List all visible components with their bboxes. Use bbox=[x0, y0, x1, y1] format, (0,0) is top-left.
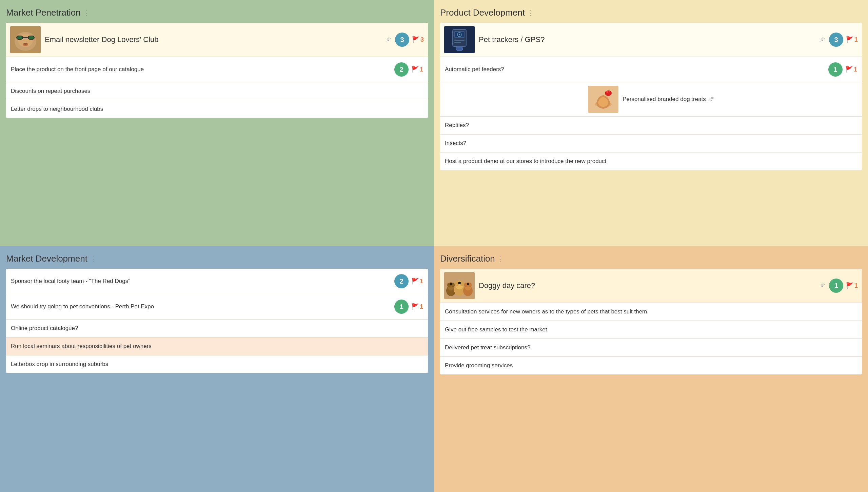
quadrant-market-penetration: Market Penetration⋮ Email newsletter Dog… bbox=[0, 0, 434, 246]
more-options-icon[interactable]: ⋮ bbox=[528, 9, 534, 17]
featured-card-title: Doggy day care? bbox=[479, 281, 817, 290]
list-item-text: Insects? bbox=[445, 140, 857, 147]
flag-number: 1 bbox=[420, 278, 423, 285]
more-options-icon[interactable]: ⋮ bbox=[83, 9, 90, 17]
svg-point-6 bbox=[17, 36, 22, 39]
vote-badge[interactable]: 1 bbox=[828, 62, 843, 77]
svg-point-39 bbox=[467, 283, 469, 285]
quadrant-title-text: Product Development bbox=[440, 7, 525, 18]
svg-point-29 bbox=[450, 283, 452, 285]
list-item-text: Letterbox drop in surrounding suburbs bbox=[11, 361, 423, 368]
list-item: We should try going to pet conventions -… bbox=[6, 294, 428, 320]
attachment-icon: 🖇 bbox=[709, 96, 714, 102]
quadrant-diversification: Diversification⋮ Doggy day care?🖇1🚩1Cons… bbox=[434, 246, 868, 492]
flag-count[interactable]: 🚩1 bbox=[846, 282, 858, 289]
svg-rect-18 bbox=[456, 47, 463, 50]
flag-number: 1 bbox=[420, 303, 423, 310]
featured-card-title: Pet trackers / GPS? bbox=[479, 35, 817, 44]
svg-point-33 bbox=[460, 281, 464, 286]
quadrant-title: Market Development⋮ bbox=[6, 253, 428, 264]
flag-icon: 🚩 bbox=[846, 36, 853, 43]
vote-badge[interactable]: 1 bbox=[829, 279, 843, 293]
item-actions: 1🚩1 bbox=[828, 62, 857, 77]
svg-point-23 bbox=[609, 90, 610, 92]
featured-card-title: Email newsletter Dog Lovers' Club bbox=[45, 35, 383, 44]
quadrant-title-text: Market Development bbox=[6, 253, 87, 264]
list-item-text: Online product catalogue? bbox=[11, 325, 423, 332]
quadrant-title: Product Development⋮ bbox=[440, 7, 862, 18]
list-item-text: Personalised branded dog treats bbox=[623, 96, 706, 103]
svg-point-27 bbox=[447, 283, 451, 287]
more-options-icon[interactable]: ⋮ bbox=[498, 255, 504, 263]
attachment-icon: 🖇 bbox=[820, 37, 825, 43]
list-item-text: Automatic pet feeders? bbox=[445, 66, 828, 73]
flag-count[interactable]: 🚩1 bbox=[411, 66, 423, 73]
list-item-text: Provide grooming services bbox=[445, 362, 857, 369]
card-actions: 3🚩1 bbox=[829, 33, 858, 47]
list-item-text: Give out free samples to test the market bbox=[445, 326, 857, 333]
item-actions: 2🚩1 bbox=[394, 274, 423, 288]
list-item-text: We should try going to pet conventions -… bbox=[11, 303, 394, 310]
svg-point-37 bbox=[464, 283, 468, 287]
flag-number: 1 bbox=[854, 282, 858, 289]
svg-point-38 bbox=[468, 283, 472, 287]
list-item: Consultation services for new owners as … bbox=[440, 303, 862, 321]
svg-point-15 bbox=[459, 34, 460, 35]
featured-card: Pet trackers / GPS?🖇3🚩1 bbox=[440, 23, 862, 57]
list-item-text: Run local seminars about responsibilitie… bbox=[11, 343, 423, 350]
card-actions: 1🚩1 bbox=[829, 279, 858, 293]
card-list: Sponsor the local footy team - "The Red … bbox=[6, 269, 428, 373]
featured-card: Email newsletter Dog Lovers' Club🖇3🚩3 bbox=[6, 23, 428, 57]
flag-icon: 🚩 bbox=[411, 303, 419, 310]
vote-badge[interactable]: 3 bbox=[395, 33, 409, 47]
flag-count[interactable]: 🚩1 bbox=[846, 36, 858, 43]
vote-badge[interactable]: 2 bbox=[394, 274, 409, 288]
svg-point-32 bbox=[455, 281, 459, 286]
list-item: Letter drops to neighbourhood clubs bbox=[6, 100, 428, 118]
list-item: Sponsor the local footy team - "The Red … bbox=[6, 269, 428, 294]
vote-badge[interactable]: 3 bbox=[829, 33, 843, 47]
list-item-text: Delivered pet treat subscriptions? bbox=[445, 344, 857, 351]
flag-count[interactable]: 🚩3 bbox=[412, 36, 424, 43]
card-list: Pet trackers / GPS?🖇3🚩1Automatic pet fee… bbox=[440, 23, 862, 170]
svg-point-22 bbox=[606, 91, 608, 93]
list-item: Insects? bbox=[440, 135, 862, 152]
list-item-text: Discounts on repeat purchases bbox=[11, 88, 423, 95]
svg-rect-17 bbox=[454, 42, 461, 43]
list-item: Give out free samples to test the market bbox=[440, 321, 862, 339]
list-item: Run local seminars about responsibilitie… bbox=[6, 337, 428, 355]
vote-badge[interactable]: 2 bbox=[394, 62, 409, 77]
flag-count[interactable]: 🚩1 bbox=[411, 303, 423, 310]
item-actions: 1🚩1 bbox=[394, 300, 423, 314]
list-item-text: Consultation services for new owners as … bbox=[445, 308, 857, 315]
list-item-text: Place the product on the front page of o… bbox=[11, 66, 394, 73]
vote-badge[interactable]: 1 bbox=[394, 300, 409, 314]
featured-card: Doggy day care?🖇1🚩1 bbox=[440, 269, 862, 303]
list-item-text: Reptiles? bbox=[445, 122, 857, 129]
list-item: Reptiles? bbox=[440, 117, 862, 135]
more-options-icon[interactable]: ⋮ bbox=[90, 255, 96, 263]
list-item: Provide grooming services bbox=[440, 357, 862, 374]
list-item: Host a product demo at our stores to int… bbox=[440, 152, 862, 170]
svg-point-28 bbox=[451, 283, 455, 287]
flag-icon: 🚩 bbox=[845, 66, 853, 73]
flag-count[interactable]: 🚩1 bbox=[845, 66, 857, 73]
list-item: Letterbox drop in surrounding suburbs bbox=[6, 355, 428, 373]
flag-number: 1 bbox=[854, 66, 857, 73]
quadrant-title-text: Market Penetration bbox=[6, 7, 81, 18]
list-item-text: Host a product demo at our stores to int… bbox=[445, 158, 857, 165]
quadrant-product-development: Product Development⋮ Pet trackers / GPS?… bbox=[434, 0, 868, 246]
svg-point-9 bbox=[24, 43, 27, 45]
flag-count[interactable]: 🚩1 bbox=[411, 278, 423, 285]
list-item: Discounts on repeat purchases bbox=[6, 82, 428, 100]
quadrant-title: Diversification⋮ bbox=[440, 253, 862, 264]
list-item: Online product catalogue? bbox=[6, 320, 428, 337]
svg-point-34 bbox=[458, 282, 461, 284]
quadrant-market-development: Market Development⋮Sponsor the local foo… bbox=[0, 246, 434, 492]
flag-icon: 🚩 bbox=[412, 36, 419, 43]
flag-icon: 🚩 bbox=[411, 66, 419, 73]
list-item: Place the product on the front page of o… bbox=[6, 57, 428, 82]
card-list: Email newsletter Dog Lovers' Club🖇3🚩3Pla… bbox=[6, 23, 428, 118]
item-actions: 2🚩1 bbox=[394, 62, 423, 77]
svg-rect-16 bbox=[454, 40, 465, 41]
